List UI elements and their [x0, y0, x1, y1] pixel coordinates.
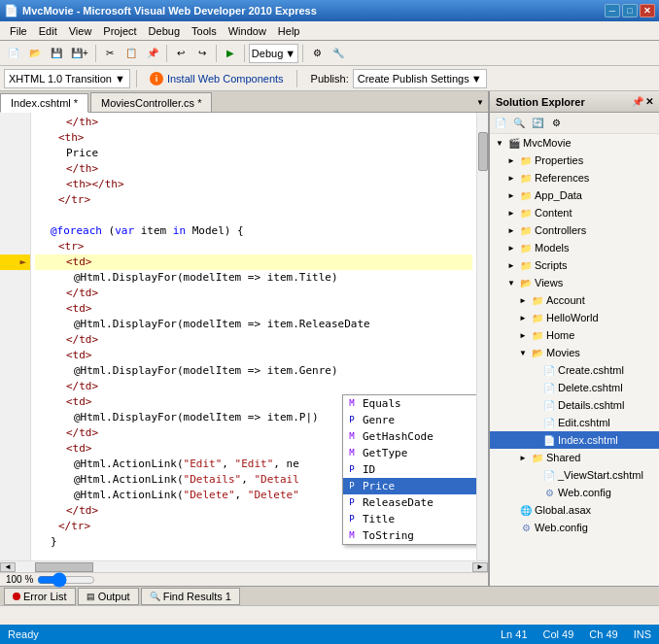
start-button[interactable]: ▶ [221, 44, 240, 63]
menu-item-debug[interactable]: Debug [143, 23, 186, 39]
tree-item-index-cshtml[interactable]: 📄 Index.cshtml [490, 431, 659, 449]
expander [529, 399, 540, 411]
tree-item-details-cshtml[interactable]: 📄 Details.cshtml [490, 396, 659, 414]
xhtml-dropdown[interactable]: XHTML 1.0 Transition ▼ [4, 69, 130, 88]
tree-item-global-asax[interactable]: 🌐 Global.asax [490, 501, 659, 519]
tree-item-shared[interactable]: ► 📁 Shared [490, 449, 659, 466]
autocomplete-popup[interactable]: M Equals P Genre M GetHashCode M GetType [342, 394, 476, 545]
menu-item-help[interactable]: Help [272, 23, 306, 39]
ac-item-title[interactable]: P Title [343, 511, 476, 527]
menu-item-window[interactable]: Window [223, 23, 272, 39]
toolbar-btn-extra2[interactable]: 🔧 [329, 44, 348, 63]
tree-item-controllers[interactable]: ► 📁 Controllers [490, 221, 659, 239]
tree-item-web-config-views[interactable]: ⚙ Web.config [490, 484, 659, 501]
debug-dropdown-arrow: ▼ [285, 48, 295, 59]
tree-label: Web.config [535, 522, 588, 533]
tree-item-web-config-root[interactable]: ⚙ Web.config [490, 519, 659, 536]
tree-item-helloworld[interactable]: ► 📁 HelloWorld [490, 309, 659, 326]
se-pin-button[interactable]: 📌 [632, 96, 643, 107]
save-all-button[interactable]: 💾+ [68, 44, 91, 63]
ac-property-icon: P [345, 513, 359, 526]
tree-item-edit-cshtml[interactable]: 📄 Edit.cshtml [490, 414, 659, 431]
redo-button[interactable]: ↪ [192, 44, 212, 63]
ac-property-icon: P [345, 496, 359, 510]
gutter-line [0, 503, 30, 519]
save-button[interactable]: 💾 [47, 44, 66, 63]
ac-item-releasedate[interactable]: P ReleaseDate [343, 494, 476, 511]
tab-error-list[interactable]: Error List [4, 588, 76, 605]
tree-item-create-cshtml[interactable]: 📄 Create.cshtml [490, 361, 659, 379]
open-file-button[interactable]: 📂 [25, 44, 45, 63]
ac-item-equals[interactable]: M Equals [343, 395, 476, 412]
tree-item-home[interactable]: ► 📁 Home [490, 326, 659, 344]
tab-index-cshtml[interactable]: Index.cshtml * [0, 93, 88, 113]
vertical-scrollbar[interactable] [476, 113, 488, 560]
se-tree[interactable]: ▼ 🎬 MvcMovie ► 📁 Properties ► 📁 Referenc… [490, 134, 659, 586]
tab-dropdown-button[interactable]: ▼ [472, 92, 488, 112]
ac-item-gethashcode[interactable]: M GetHashCode [343, 428, 476, 445]
menu-item-project[interactable]: Project [97, 23, 142, 39]
tree-item-delete-cshtml[interactable]: 📄 Delete.cshtml [490, 379, 659, 396]
sep6 [136, 70, 137, 87]
ac-item-price[interactable]: P Price decimal Movie.Price [343, 478, 476, 494]
tab-find-results[interactable]: 🔍 Find Results 1 [141, 588, 240, 605]
expander: ► [517, 312, 529, 323]
tree-item-references[interactable]: ► 📁 References [490, 169, 659, 186]
file-icon: 🌐 [519, 503, 533, 517]
se-toolbar-btn1[interactable]: 📄 [492, 115, 509, 132]
tree-item-account[interactable]: ► 📁 Account [490, 291, 659, 309]
menu-item-edit[interactable]: Edit [33, 23, 63, 39]
tree-item-viewstart-cshtml[interactable]: 📄 _ViewStart.cshtml [490, 466, 659, 484]
tab-movies-controller[interactable]: MoviesController.cs * [90, 92, 212, 112]
tree-item-scripts[interactable]: ► 📁 Scripts [490, 256, 659, 274]
expander: ► [505, 224, 517, 236]
code-content[interactable]: </th> <th> Price </th> <th></th> </tr> @… [31, 113, 476, 560]
ac-item-gettype[interactable]: M GetType [343, 445, 476, 461]
tree-label: Movies [546, 347, 580, 358]
tree-item-content[interactable]: ► 📁 Content [490, 204, 659, 221]
install-web-components-button[interactable]: i Install Web Components [143, 69, 291, 88]
toolbar-btn-extra[interactable]: ⚙ [307, 44, 327, 63]
new-file-button[interactable]: 📄 [4, 44, 23, 63]
menu-item-file[interactable]: File [4, 23, 33, 39]
paste-button[interactable]: 📌 [143, 44, 162, 63]
scroll-thumb[interactable] [478, 132, 488, 171]
tab-output[interactable]: ▤ Output [78, 588, 139, 605]
undo-button[interactable]: ↩ [171, 44, 191, 63]
ac-property-icon: P [345, 480, 359, 493]
se-toolbar-btn2[interactable]: 🔍 [510, 115, 528, 132]
ac-item-tostring[interactable]: M ToString [343, 527, 476, 544]
tree-item-models[interactable]: ► 📁 Models [490, 239, 659, 256]
minimize-button[interactable]: ─ [605, 4, 620, 17]
ac-item-id[interactable]: P ID [343, 461, 476, 478]
horizontal-scrollbar[interactable]: ◄ ► [0, 560, 488, 572]
expander: ▼ [517, 347, 529, 358]
project-icon: 🎬 [507, 136, 521, 150]
tree-item-app-data[interactable]: ► 📁 App_Data [490, 186, 659, 204]
expander [505, 504, 517, 516]
cut-button[interactable]: ✂ [100, 44, 120, 63]
se-toolbar-btn4[interactable]: ⚙ [547, 115, 565, 132]
maximize-button[interactable]: □ [622, 4, 638, 17]
tree-item-properties[interactable]: ► 📁 Properties [490, 152, 659, 169]
expander: ► [517, 294, 529, 306]
tree-project-mvcmovie[interactable]: ▼ 🎬 MvcMovie [490, 134, 659, 152]
copy-button[interactable]: 📋 [121, 44, 141, 63]
publish-settings-dropdown[interactable]: Create Publish Settings ▼ [353, 69, 487, 88]
tree-label: Account [546, 294, 585, 306]
folder-icon: 📁 [531, 328, 544, 342]
ac-item-genre[interactable]: P Genre [343, 412, 476, 428]
zoom-slider[interactable] [37, 575, 95, 585]
hscroll-right[interactable]: ► [472, 562, 488, 572]
hscroll-left[interactable]: ◄ [0, 562, 16, 572]
se-toolbar-btn3[interactable]: 🔄 [529, 115, 546, 132]
se-close-button[interactable]: ✕ [645, 96, 653, 107]
tree-item-views[interactable]: ▼ 📂 Views [490, 274, 659, 291]
close-button[interactable]: ✕ [640, 4, 655, 17]
hscroll-thumb[interactable] [35, 562, 93, 572]
tree-item-movies[interactable]: ▼ 📂 Movies [490, 344, 659, 361]
tree-label: Properties [535, 154, 583, 166]
debug-config-dropdown[interactable]: Debug ▼ [249, 44, 298, 63]
menu-item-view[interactable]: View [63, 23, 98, 39]
menu-item-tools[interactable]: Tools [186, 23, 223, 39]
